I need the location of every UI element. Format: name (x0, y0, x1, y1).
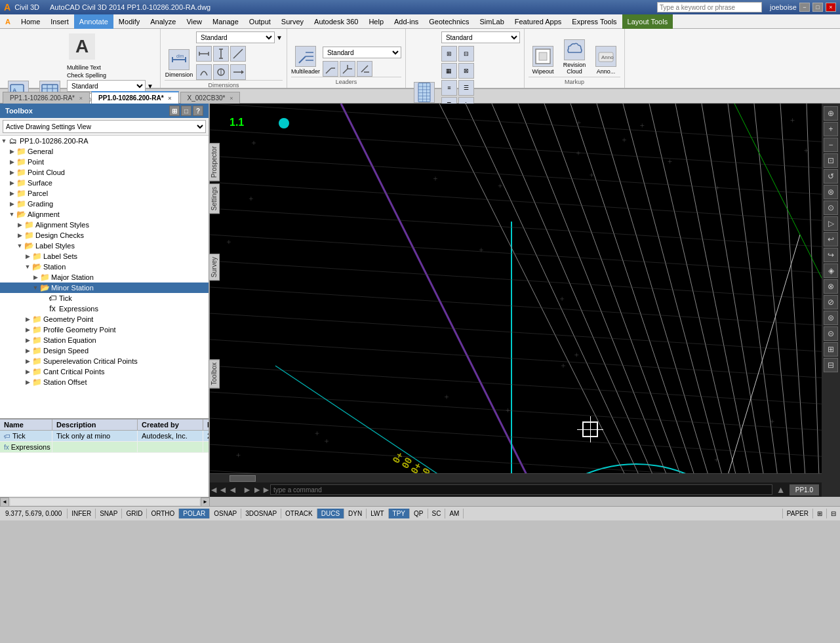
menu-item-featuredapps[interactable]: Featured Apps (510, 14, 567, 29)
tree-toggle-labelstyles[interactable]: ▼ (16, 242, 24, 250)
dimension-dropdown-arrow[interactable]: ▼ (276, 34, 283, 41)
table-btn-6[interactable]: ☰ (458, 80, 474, 96)
vp-nav-prev[interactable]: ◄ (227, 484, 239, 496)
status-ducs[interactable]: DUCS (317, 509, 344, 518)
tree-item-stationequation[interactable]: ▶📁Station Equation (0, 335, 209, 345)
tree-toggle-alignmentstyles[interactable]: ▶ (16, 221, 24, 229)
vp-redo-button[interactable]: ↪ (824, 248, 838, 262)
vp-tool-15[interactable]: ⊝ (824, 326, 838, 341)
tree-toggle-stationoffset[interactable]: ▶ (24, 378, 31, 386)
menu-item-annotate[interactable]: Annotate (74, 14, 113, 29)
tree-toggle-majorstation[interactable]: ▶ (31, 273, 39, 281)
menu-item-view[interactable]: View (181, 14, 207, 29)
status-sc[interactable]: SC (428, 509, 446, 518)
tree-toggle-general[interactable]: ▶ (8, 147, 16, 155)
model-tab[interactable]: PP1.0 (790, 484, 819, 496)
dim-btn-5[interactable] (213, 64, 229, 80)
check-spelling-label[interactable]: Check Spelling (67, 72, 156, 79)
tree-item-surface[interactable]: ▶📁Surface (0, 178, 209, 188)
tree-item-point[interactable]: ▶📁Point (0, 157, 209, 167)
status-grid[interactable]: GRID (122, 509, 147, 518)
leader-btn-2[interactable] (340, 61, 355, 77)
multileader-button[interactable]: Multileader (291, 44, 320, 77)
tree-item-expressions[interactable]: fxExpressions (0, 303, 209, 314)
leader-btn-1[interactable] (323, 61, 338, 77)
vp-3dorbit-button[interactable]: ⊛ (824, 185, 838, 199)
dim-btn-1[interactable] (196, 46, 212, 62)
vp-navswheel-button[interactable]: ⊙ (824, 201, 838, 215)
dim-btn-3[interactable] (230, 46, 246, 62)
menu-item-home[interactable]: Home (16, 14, 45, 29)
tree-toggle-alignment[interactable]: ▼ (8, 210, 16, 218)
tree-item-tick[interactable]: 🏷Tick (0, 293, 209, 303)
table-btn-4[interactable]: ⊠ (458, 63, 474, 79)
toolbox-help-button[interactable]: ? (193, 106, 203, 116)
menu-item-a[interactable]: A (0, 14, 16, 29)
vp-tool-14[interactable]: ⊜ (824, 311, 838, 325)
tree-container[interactable]: ▼🗂PP1.0-10286.200-RA▶📁General▶📁Point▶📁Po… (0, 136, 209, 418)
hscroll-left-arrow[interactable]: ◄ (0, 497, 9, 507)
status-infer[interactable]: INFER (68, 509, 96, 518)
status-lwt[interactable]: LWT (367, 509, 388, 518)
menu-item-geotechnics[interactable]: Geotechnics (424, 14, 474, 29)
vp-nav-up[interactable]: ▲ (775, 484, 787, 496)
status-grid-display[interactable]: ⊞ (812, 509, 826, 518)
tree-toggle-geometrypoint[interactable]: ▶ (24, 315, 31, 323)
vp-nav-first[interactable]: ◄◄ (212, 484, 224, 496)
tree-item-alignmentstyles[interactable]: ▶📁Alignment Styles (0, 220, 209, 230)
tree-item-labelsets[interactable]: ▶📁Label Sets (0, 251, 209, 262)
wipeout-button[interactable]: Wipeout (529, 44, 557, 77)
tree-toggle-labelsets[interactable]: ▶ (24, 252, 31, 260)
dimension-style-dropdown[interactable]: Standard (196, 31, 275, 43)
anno-button[interactable]: Anno Anno... (591, 44, 620, 77)
tree-item-profilegeopoint[interactable]: ▶📁Profile Geometry Point (0, 324, 209, 335)
tree-toggle-stationequation[interactable]: ▶ (24, 336, 31, 344)
menu-item-output[interactable]: Output (244, 14, 276, 29)
viewport[interactable]: 1.1 ⊕ + − ⊡ ↺ ⊛ ⊙ ▷ ↩ ↪ ◈ ⊗ ⊘ ⊜ ⊝ ⊞ (210, 104, 840, 497)
tree-item-stationoffset[interactable]: ▶📁Station Offset (0, 377, 209, 387)
menu-item-survey[interactable]: Survey (276, 14, 309, 29)
tree-toggle-designchecks[interactable]: ▶ (16, 231, 24, 239)
table-btn-2[interactable]: ⊟ (458, 46, 474, 62)
tab-pp11-close[interactable]: × (79, 95, 83, 102)
tree-toggle-parcel[interactable]: ▶ (8, 189, 16, 197)
vp-tool-16[interactable]: ⊞ (824, 342, 838, 357)
toolbox-float-button[interactable]: ⊞ (169, 106, 180, 116)
toolbox-dock-button[interactable]: □ (181, 106, 191, 116)
tree-toggle-pointcloud[interactable]: ▶ (8, 168, 16, 176)
tree-toggle-profilegeopoint[interactable]: ▶ (24, 326, 31, 334)
tree-item-designspeed[interactable]: ▶📁Design Speed (0, 345, 209, 356)
vp-undo-button[interactable]: ↩ (824, 232, 838, 246)
multiline-text-button[interactable]: A (67, 31, 156, 63)
vp-tool-12[interactable]: ⊗ (824, 279, 838, 294)
tree-item-minorstation[interactable]: ▼📂Minor Station (0, 283, 209, 293)
status-dyn[interactable]: DYN (344, 509, 367, 518)
dim-btn-6[interactable] (230, 64, 246, 80)
table-btn-5[interactable]: ≡ (441, 80, 457, 96)
status-osnap[interactable]: OSNAP (210, 509, 241, 518)
vp-zoom-out-button[interactable]: − (824, 138, 838, 152)
tree-toggle-cantcritical[interactable]: ▶ (24, 368, 31, 376)
revision-cloud-button[interactable]: Revision Cloud (560, 37, 589, 77)
tree-toggle-station[interactable]: ▼ (24, 263, 31, 271)
leaders-style-dropdown[interactable]: Standard (323, 47, 401, 58)
hscroll-right-arrow[interactable]: ► (201, 497, 210, 507)
dim-btn-4[interactable] (196, 64, 212, 80)
status-snap[interactable]: SNAP (96, 509, 122, 518)
maximize-button[interactable]: □ (812, 3, 823, 12)
tree-item-superelevation[interactable]: ▶📁Superelevation Critical Points (0, 356, 209, 366)
status-qp[interactable]: QP (410, 509, 428, 518)
status-polar[interactable]: POLAR (179, 509, 210, 518)
hscroll-thumb[interactable] (230, 475, 256, 482)
settings-tab[interactable]: Settings (209, 184, 220, 214)
tab-pp10-close[interactable]: × (168, 95, 171, 102)
tree-toggle-root[interactable]: ▼ (0, 137, 8, 145)
tree-item-designchecks[interactable]: ▶📁Design Checks (0, 230, 209, 241)
search-input[interactable] (657, 2, 762, 12)
vp-showmotion-button[interactable]: ▷ (824, 216, 838, 231)
menu-item-analyze[interactable]: Analyze (145, 14, 181, 29)
status-otrack[interactable]: OTRACK (281, 509, 317, 518)
tree-toggle-minorstation[interactable]: ▼ (31, 284, 39, 292)
vp-zoom-in-button[interactable]: + (824, 122, 838, 136)
vp-hscrollbar[interactable] (210, 473, 822, 482)
